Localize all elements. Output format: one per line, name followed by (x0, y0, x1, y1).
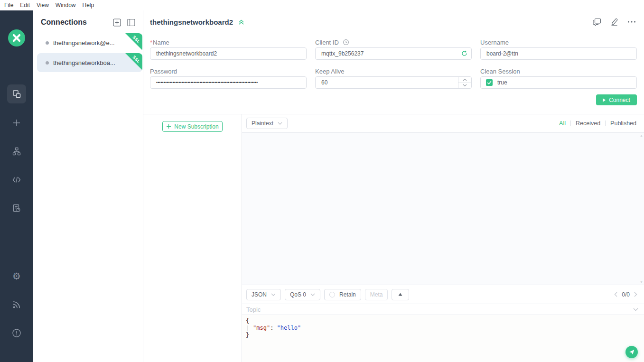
connections-title: Connections (41, 18, 113, 27)
scroll-up-icon[interactable]: ▲ (640, 134, 643, 137)
rail-item-log[interactable] (11, 203, 22, 214)
chevron-down-icon[interactable] (633, 308, 638, 311)
clean-session-field: true (480, 76, 637, 89)
connection-header: thethingsnetworkboard2 (143, 10, 644, 33)
page-count: 0/0 (622, 291, 630, 298)
code-icon (11, 175, 22, 185)
duplicate-icon (593, 18, 601, 26)
retain-toggle[interactable]: Retain (324, 289, 361, 300)
payload-format-select[interactable]: Plaintext (246, 118, 288, 129)
name-field-wrap (150, 47, 307, 60)
divider (570, 121, 571, 126)
filter-received[interactable]: Received (576, 120, 600, 127)
next-page-button[interactable] (634, 292, 637, 297)
rail-item-about[interactable] (11, 327, 22, 339)
messages-panel: Plaintext All Received Published ▲ ▼ (242, 114, 644, 362)
stepper-up-button[interactable] (458, 77, 471, 83)
connection-name: thethingsnetwork@e... (53, 39, 115, 46)
ellipsis-icon (627, 20, 636, 23)
triangle-up-icon (398, 293, 402, 296)
topic-input[interactable] (246, 306, 633, 313)
rail-item-settings[interactable]: ⚙ (11, 270, 22, 282)
connect-button[interactable]: Connect (596, 94, 637, 105)
new-subscription-button[interactable]: New Subscription (162, 121, 223, 132)
messages-toolbar: Plaintext All Received Published (242, 114, 644, 132)
menu-file[interactable]: File (4, 2, 13, 9)
plus-icon (12, 119, 21, 127)
topic-row (242, 304, 644, 315)
connection-name: thethingsnetworkboa... (53, 59, 115, 66)
scroll-down-icon[interactable]: ▼ (640, 280, 643, 284)
subscriptions-column: New Subscription (143, 114, 242, 362)
menu-view[interactable]: View (37, 2, 49, 9)
clean-session-checkbox[interactable] (486, 79, 493, 86)
edit-connection-button[interactable] (610, 18, 618, 26)
meta-button[interactable]: Meta (365, 289, 388, 300)
collapse-form-button[interactable] (238, 19, 245, 26)
collapse-panel-button[interactable] (127, 19, 135, 27)
password-label: Password (150, 66, 307, 76)
refresh-client-id-button[interactable] (461, 50, 467, 56)
keep-alive-input[interactable] (315, 76, 472, 89)
plus-icon (166, 124, 171, 129)
payload-line: "msg": "hello" (246, 325, 644, 332)
gear-icon: ⚙ (12, 271, 21, 281)
new-window-button[interactable] (593, 18, 601, 26)
password-field-wrap (150, 76, 307, 89)
icon-rail: ⚙ (0, 10, 33, 362)
status-dot (46, 61, 49, 65)
client-id-field-wrap (315, 47, 472, 60)
refresh-icon (461, 50, 467, 56)
split-panel-icon (127, 19, 135, 27)
sitemap-icon (11, 146, 22, 157)
rail-item-connections[interactable] (7, 84, 26, 103)
scrollbar[interactable]: ▲ ▼ (639, 134, 644, 284)
chevron-down-icon (310, 293, 315, 296)
rail-item-brokers[interactable] (11, 146, 22, 157)
username-input[interactable] (480, 47, 637, 60)
keep-alive-label: Keep Alive (315, 66, 472, 76)
send-button[interactable] (625, 346, 638, 358)
divider (605, 121, 606, 126)
menu-edit[interactable]: Edit (20, 2, 30, 9)
client-id-input[interactable] (315, 47, 472, 60)
rail-item-updates[interactable] (11, 299, 22, 310)
password-input[interactable] (150, 76, 307, 89)
qos-select[interactable]: QoS 0 (285, 289, 320, 300)
menu-window[interactable]: Window (56, 2, 76, 9)
log-icon (11, 203, 22, 213)
connection-title: thethingsnetworkboard2 (150, 18, 233, 26)
filter-all[interactable]: All (559, 120, 566, 127)
chevron-left-icon (614, 292, 617, 297)
chevron-down-icon (271, 293, 276, 296)
connection-item-selected[interactable]: thethingsnetworkboa... SSL (37, 53, 142, 72)
payload-type-select[interactable]: JSON (246, 289, 281, 300)
prev-page-button[interactable] (614, 292, 617, 297)
messages-list[interactable]: ▲ ▼ (242, 132, 644, 285)
menu-help[interactable]: Help (83, 2, 94, 9)
username-label: Username (480, 37, 637, 47)
connections-panel: Connections thethingsnetwork@e. (33, 10, 143, 362)
message-pagination: 0/0 (614, 291, 637, 298)
rail-item-script[interactable] (11, 174, 22, 186)
payload-editor[interactable]: { "msg": "hello" } (242, 315, 644, 362)
chevron-down-icon (278, 122, 282, 125)
collapse-publish-button[interactable] (392, 289, 409, 300)
new-connection-button[interactable] (113, 19, 121, 27)
filter-published[interactable]: Published (610, 120, 636, 127)
name-input[interactable] (150, 47, 307, 60)
double-chevron-up-icon (238, 19, 245, 26)
chevron-right-icon (634, 292, 637, 297)
keep-alive-stepper (458, 77, 471, 88)
mqttx-logo-icon (8, 29, 25, 46)
more-options-button[interactable] (627, 20, 636, 23)
keep-alive-field-wrap (315, 76, 472, 89)
status-dot (46, 41, 49, 45)
stepper-down-button[interactable] (458, 83, 471, 89)
connection-form: *Name Client ID Username (143, 33, 644, 89)
chevron-down-icon (463, 84, 467, 87)
main-area: thethingsnetworkboard2 (143, 10, 644, 362)
username-field-wrap (480, 47, 637, 60)
connection-item[interactable]: thethingsnetwork@e... SSL (37, 33, 142, 52)
rail-item-new-connection[interactable] (11, 117, 22, 129)
